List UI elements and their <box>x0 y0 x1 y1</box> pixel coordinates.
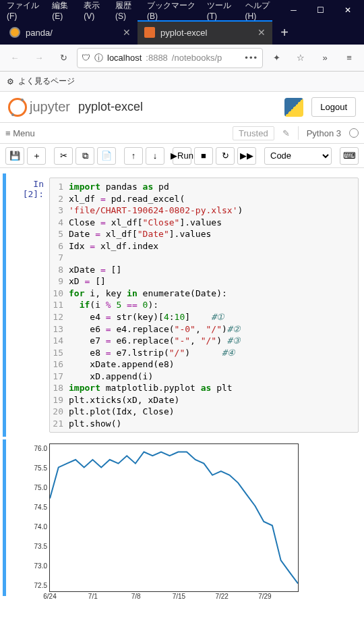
window-close[interactable]: ✕ <box>334 0 361 20</box>
url-host: localhost <box>107 53 142 63</box>
notebook-favicon <box>144 27 155 38</box>
save-button[interactable]: 💾 <box>5 147 24 165</box>
fastforward-button[interactable]: ▶▶ <box>237 147 256 165</box>
tab-label: panda/ <box>26 28 53 38</box>
hamburger-icon[interactable]: ≡ <box>5 128 11 138</box>
logout-button[interactable]: Logout <box>311 97 356 117</box>
bookmarks-label[interactable]: よく見るページ <box>18 76 75 87</box>
move-up-button[interactable]: ↑ <box>124 147 143 165</box>
code-cell[interactable]: In [2]: 1import pandas as pd2xl_df = pd.… <box>3 173 361 437</box>
overflow-icon[interactable]: » <box>314 47 336 69</box>
tab-close-icon[interactable]: ✕ <box>123 27 131 38</box>
window-titlebar: ファイル(F) 編集(E) 表示(V) 履歴(S) ブックマーク(B) ツール(… <box>0 0 364 20</box>
notebook-toolbar: 💾 ＋ ✂ ⧉ 📄 ↑ ↓ ▶ Run ■ ↻ ▶▶ Code ⌨ <box>0 144 364 168</box>
trusted-label[interactable]: Trusted <box>233 126 274 140</box>
page-content: jupyter pyplot-excel Logout ≡ Menu Trust… <box>0 92 364 621</box>
nav-forward[interactable]: → <box>28 47 50 69</box>
browser-tabbar: panda/ ✕ pyplot-excel ✕ + <box>0 20 364 45</box>
nav-back[interactable]: ← <box>4 47 26 69</box>
edit-icon[interactable]: ✎ <box>282 128 290 138</box>
move-down-button[interactable]: ↓ <box>146 147 164 165</box>
new-tab-button[interactable]: + <box>272 20 297 45</box>
matplotlib-chart: 72.573.073.574.074.575.075.576.0 6/247/1… <box>49 443 299 592</box>
kernel-name[interactable]: Python 3 <box>307 128 341 138</box>
jupyter-logo-icon <box>8 98 27 117</box>
notebook-name[interactable]: pyplot-excel <box>78 100 143 114</box>
tab-label: pyplot-excel <box>160 28 207 38</box>
url-path: /notebooks/p <box>172 53 222 63</box>
python-icon <box>284 98 303 117</box>
bookmarks-bar: ⚙ よく見るページ <box>0 72 364 92</box>
shield-icon: 🛡 <box>82 53 90 63</box>
notebook-area: In [2]: 1import pandas as pd2xl_df = pd.… <box>0 168 364 601</box>
urlbar-row: ← → ↻ 🛡 ⓘ localhost:8888/notebooks/p •••… <box>0 45 364 72</box>
run-button[interactable]: ▶ Run <box>173 147 191 165</box>
command-palette-button[interactable]: ⌨ <box>340 147 359 165</box>
kernel-indicator-icon <box>349 128 359 138</box>
jupyter-favicon <box>9 27 20 38</box>
cell-prompt: In [2]: <box>9 178 49 433</box>
gear-icon[interactable]: ⚙ <box>7 77 14 86</box>
page-actions-icon[interactable]: ••• <box>245 53 258 63</box>
code-editor[interactable]: 1import pandas as pd2xl_df = pd.read_exc… <box>49 178 359 433</box>
stop-button[interactable]: ■ <box>194 147 213 165</box>
reader-icon[interactable]: ✦ <box>266 47 287 69</box>
jupyter-header: jupyter pyplot-excel Logout <box>0 92 364 122</box>
celltype-select[interactable]: Code <box>264 147 332 165</box>
info-icon: ⓘ <box>94 52 103 64</box>
notebook-menubar: ≡ Menu Trusted ✎ Python 3 <box>0 122 364 144</box>
url-field[interactable]: 🛡 ⓘ localhost:8888/notebooks/p ••• <box>77 48 263 68</box>
nav-reload[interactable]: ↻ <box>53 47 74 69</box>
tab-pyplot-excel[interactable]: pyplot-excel ✕ <box>138 20 272 45</box>
window-minimize[interactable]: ─ <box>280 0 307 20</box>
jupyter-logo[interactable]: jupyter <box>8 98 70 117</box>
tab-panda[interactable]: panda/ ✕ <box>3 20 138 45</box>
tab-close-icon[interactable]: ✕ <box>257 27 266 38</box>
menu-label[interactable]: Menu <box>13 128 35 138</box>
cut-button[interactable]: ✂ <box>54 147 73 165</box>
bookmark-star-icon[interactable]: ☆ <box>290 47 311 69</box>
copy-button[interactable]: ⧉ <box>75 147 94 165</box>
add-cell-button[interactable]: ＋ <box>27 147 46 165</box>
restart-button[interactable]: ↻ <box>216 147 235 165</box>
cell-output: 72.573.073.574.074.575.075.576.0 6/247/1… <box>3 439 361 596</box>
paste-button[interactable]: 📄 <box>97 147 116 165</box>
window-maximize[interactable]: ☐ <box>307 0 334 20</box>
firefox-menu-icon[interactable]: ≡ <box>338 47 360 69</box>
